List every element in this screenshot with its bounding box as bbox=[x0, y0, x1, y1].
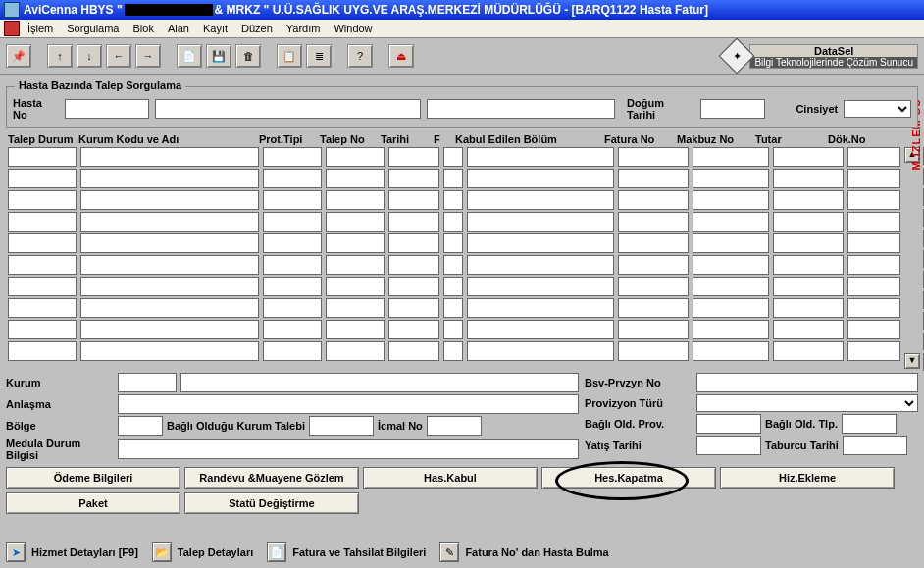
table-cell[interactable] bbox=[388, 233, 439, 253]
table-cell[interactable] bbox=[263, 320, 322, 339]
table-row[interactable] bbox=[6, 233, 902, 253]
table-cell[interactable] bbox=[773, 255, 844, 275]
table-cell[interactable] bbox=[80, 320, 259, 339]
table-cell[interactable] bbox=[443, 147, 463, 167]
table-cell[interactable] bbox=[773, 190, 844, 210]
table-row[interactable] bbox=[6, 212, 902, 232]
table-cell[interactable] bbox=[773, 233, 844, 253]
hiz-ekleme-button[interactable]: Hiz.Ekleme bbox=[720, 467, 895, 489]
table-cell[interactable] bbox=[388, 147, 439, 167]
table-cell[interactable] bbox=[847, 212, 900, 232]
table-cell[interactable] bbox=[263, 147, 322, 167]
document-icon[interactable]: 📄 bbox=[267, 542, 286, 562]
wand-icon[interactable]: ✎ bbox=[439, 542, 459, 562]
table-cell[interactable] bbox=[773, 298, 844, 318]
table-cell[interactable] bbox=[618, 255, 689, 275]
table-cell[interactable] bbox=[443, 298, 463, 318]
folder-icon[interactable]: 📂 bbox=[152, 542, 172, 562]
table-cell[interactable] bbox=[326, 147, 385, 167]
data-grid[interactable] bbox=[6, 147, 902, 371]
table-cell[interactable] bbox=[847, 233, 900, 253]
table-cell[interactable] bbox=[443, 255, 463, 275]
table-cell[interactable] bbox=[467, 212, 614, 232]
table-cell[interactable] bbox=[443, 190, 463, 210]
table-cell[interactable] bbox=[847, 169, 900, 188]
tb-delete-icon[interactable]: 🗑 bbox=[235, 44, 261, 68]
table-cell[interactable] bbox=[443, 233, 463, 253]
table-cell[interactable] bbox=[618, 233, 689, 253]
table-cell[interactable] bbox=[693, 233, 769, 253]
table-cell[interactable] bbox=[8, 233, 77, 253]
table-cell[interactable] bbox=[693, 320, 769, 339]
fatura-no-hasta-link[interactable]: Fatura No' dan Hasta Bulma bbox=[465, 546, 608, 558]
table-cell[interactable] bbox=[847, 255, 900, 275]
table-cell[interactable] bbox=[326, 298, 385, 318]
table-cell[interactable] bbox=[618, 147, 689, 167]
table-row[interactable] bbox=[6, 255, 902, 275]
table-cell[interactable] bbox=[326, 233, 385, 253]
table-cell[interactable] bbox=[773, 169, 844, 188]
fatura-tahsilat-link[interactable]: Fatura ve Tahsilat Bilgileri bbox=[292, 546, 426, 558]
table-cell[interactable] bbox=[773, 147, 844, 167]
table-cell[interactable] bbox=[443, 341, 463, 361]
table-cell[interactable] bbox=[8, 341, 77, 361]
cinsiyet-select[interactable] bbox=[844, 100, 911, 118]
table-cell[interactable] bbox=[388, 190, 439, 210]
table-cell[interactable] bbox=[388, 212, 439, 232]
paket-button[interactable]: Paket bbox=[6, 492, 180, 514]
tb-new-icon[interactable]: 📄 bbox=[177, 44, 202, 68]
scroll-down-icon[interactable]: ▼ bbox=[904, 353, 920, 369]
table-cell[interactable] bbox=[326, 341, 385, 361]
table-cell[interactable] bbox=[8, 212, 77, 232]
table-cell[interactable] bbox=[80, 277, 259, 296]
tb-right-icon[interactable]: → bbox=[135, 44, 161, 68]
table-cell[interactable] bbox=[847, 298, 900, 318]
table-cell[interactable] bbox=[388, 255, 439, 275]
menu-duzen[interactable]: Düzen bbox=[235, 22, 279, 35]
table-cell[interactable] bbox=[773, 212, 844, 232]
table-cell[interactable] bbox=[467, 190, 614, 210]
menu-yardim[interactable]: Yardım bbox=[281, 22, 327, 35]
table-cell[interactable] bbox=[326, 212, 385, 232]
table-cell[interactable] bbox=[847, 320, 900, 339]
grid-scrollbar[interactable]: ▲ ▼ bbox=[902, 147, 920, 371]
table-row[interactable] bbox=[6, 169, 902, 188]
table-cell[interactable] bbox=[847, 190, 900, 210]
table-row[interactable] bbox=[6, 190, 902, 210]
prov-tur-select[interactable] bbox=[696, 394, 918, 412]
table-cell[interactable] bbox=[618, 277, 689, 296]
table-cell[interactable] bbox=[80, 169, 259, 188]
table-cell[interactable] bbox=[467, 169, 614, 188]
table-row[interactable] bbox=[6, 341, 902, 361]
table-cell[interactable] bbox=[618, 341, 689, 361]
hizmet-detaylari-link[interactable]: Hizmet Detayları [F9] bbox=[31, 546, 138, 558]
table-cell[interactable] bbox=[443, 169, 463, 188]
table-cell[interactable] bbox=[693, 212, 769, 232]
table-row[interactable] bbox=[6, 147, 902, 167]
table-cell[interactable] bbox=[8, 277, 77, 296]
table-cell[interactable] bbox=[443, 212, 463, 232]
table-cell[interactable] bbox=[693, 169, 769, 188]
menu-sorgulama[interactable]: Sorgulama bbox=[61, 22, 125, 35]
has-kabul-button[interactable]: Has.Kabul bbox=[363, 467, 538, 489]
table-cell[interactable] bbox=[80, 341, 259, 361]
table-cell[interactable] bbox=[388, 341, 439, 361]
table-cell[interactable] bbox=[467, 320, 614, 339]
table-cell[interactable] bbox=[80, 298, 259, 318]
table-cell[interactable] bbox=[263, 233, 322, 253]
table-cell[interactable] bbox=[773, 320, 844, 339]
hasta-no-input[interactable] bbox=[65, 99, 149, 119]
table-cell[interactable] bbox=[443, 277, 463, 296]
table-cell[interactable] bbox=[388, 320, 439, 339]
table-cell[interactable] bbox=[80, 233, 259, 253]
tb-down-icon[interactable]: ↓ bbox=[77, 44, 102, 68]
table-row[interactable] bbox=[6, 320, 902, 339]
table-cell[interactable] bbox=[326, 190, 385, 210]
menu-window[interactable]: Window bbox=[328, 22, 378, 35]
talep-detaylari-link[interactable]: Talep Detayları bbox=[178, 546, 253, 558]
table-cell[interactable] bbox=[263, 255, 322, 275]
tb-help-icon[interactable]: ? bbox=[347, 44, 373, 68]
table-cell[interactable] bbox=[326, 320, 385, 339]
table-cell[interactable] bbox=[467, 233, 614, 253]
tb-save-icon[interactable]: 💾 bbox=[206, 44, 231, 68]
